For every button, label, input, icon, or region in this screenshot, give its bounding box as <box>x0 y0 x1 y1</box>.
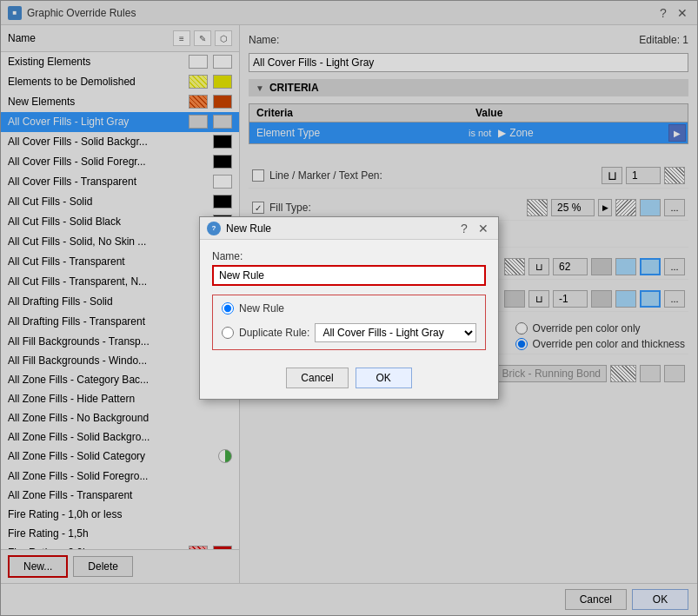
duplicate-rule-label: Duplicate Rule: <box>239 327 309 339</box>
new-rule-radio-label: New Rule <box>239 302 284 315</box>
modal-title-buttons: ? ✕ <box>456 221 491 236</box>
new-rule-modal: ? New Rule ? ✕ Name: New Rule <box>199 216 499 400</box>
modal-body: Name: New Rule Duplicate Rule: All Cover… <box>200 240 498 361</box>
modal-icon: ? <box>207 222 221 235</box>
modal-name-input[interactable] <box>212 265 486 286</box>
modal-title-bar: ? New Rule ? ✕ <box>200 217 498 240</box>
new-rule-radio[interactable] <box>222 302 234 315</box>
modal-title: New Rule <box>226 222 456 235</box>
modal-ok-button[interactable]: OK <box>356 368 412 388</box>
modal-name-label: Name: <box>212 250 486 262</box>
duplicate-rule-radio[interactable] <box>222 327 234 339</box>
modal-radio-section: New Rule Duplicate Rule: All Cover Fills… <box>212 295 486 350</box>
modal-overlay: ? New Rule ? ✕ Name: New Rule <box>0 0 698 616</box>
new-rule-radio-row: New Rule <box>222 302 476 315</box>
modal-footer: Cancel OK <box>200 361 498 399</box>
modal-name-section: Name: <box>212 250 486 286</box>
modal-close-button[interactable]: ✕ <box>475 221 491 236</box>
duplicate-rule-select[interactable]: All Cover Fills - Light Gray <box>315 323 476 342</box>
modal-help-button[interactable]: ? <box>456 221 472 236</box>
modal-cancel-button[interactable]: Cancel <box>286 368 348 388</box>
duplicate-rule-row: Duplicate Rule: All Cover Fills - Light … <box>222 323 476 342</box>
